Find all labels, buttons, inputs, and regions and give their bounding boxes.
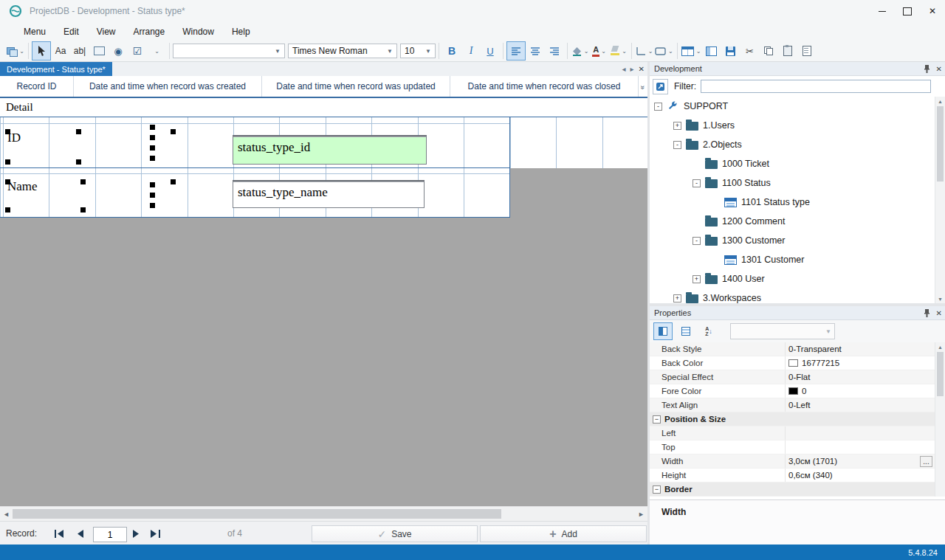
highlight-color-button[interactable]: ⌄ bbox=[609, 41, 628, 61]
paste-button[interactable] bbox=[778, 41, 797, 61]
next-record-button[interactable] bbox=[127, 525, 145, 542]
scroll-up-icon[interactable]: ▲ bbox=[935, 342, 945, 351]
align-left-button[interactable] bbox=[506, 41, 526, 61]
field-label-name[interactable]: Name bbox=[7, 179, 38, 194]
property-row-back-style[interactable]: Back Style 0-Transparent bbox=[650, 342, 935, 356]
tree-node-workspaces[interactable]: + 3.Workspaces bbox=[650, 288, 935, 303]
scrollbar-thumb[interactable] bbox=[937, 106, 944, 182]
layout-columns-button[interactable] bbox=[701, 41, 721, 61]
add-record-button[interactable]: + Add bbox=[480, 525, 647, 542]
tree-node-1000-ticket[interactable]: 1000 Ticket bbox=[650, 154, 935, 173]
border-style-button[interactable]: ⌄ bbox=[654, 41, 674, 61]
property-category-border[interactable]: − Border bbox=[650, 483, 935, 497]
fill-color-button[interactable]: ⌄ bbox=[571, 41, 590, 61]
property-value[interactable] bbox=[786, 440, 935, 454]
scroll-right-icon[interactable]: ► bbox=[635, 507, 647, 522]
collapse-icon[interactable]: - bbox=[673, 141, 681, 149]
property-row-text-align[interactable]: Text Align 0-Left bbox=[650, 398, 935, 412]
status-type-id-textbox[interactable]: status_type_id bbox=[233, 135, 427, 165]
textbox-tool-button[interactable]: ab| bbox=[70, 41, 89, 61]
property-row-fore-color[interactable]: Fore Color 0 bbox=[650, 384, 935, 398]
tab-close-icon[interactable]: ✕ bbox=[639, 65, 645, 73]
list-view-button[interactable] bbox=[676, 322, 695, 340]
align-center-button[interactable] bbox=[526, 41, 545, 61]
scrollbar-thumb[interactable] bbox=[937, 352, 944, 396]
tree-node-1200-comment[interactable]: 1200 Comment bbox=[650, 212, 935, 231]
previous-record-button[interactable] bbox=[71, 525, 89, 542]
menu-item-arrange[interactable]: Arrange bbox=[125, 22, 174, 41]
tree-node-support[interactable]: - SUPPORT bbox=[650, 97, 935, 116]
property-value[interactable] bbox=[786, 426, 935, 440]
property-row-top[interactable]: Top bbox=[650, 440, 935, 454]
bold-button[interactable]: B bbox=[442, 41, 461, 61]
property-value[interactable]: 0-Flat bbox=[786, 370, 935, 384]
menu-item-help[interactable]: Help bbox=[223, 22, 259, 41]
minimize-button[interactable] bbox=[870, 0, 895, 22]
underline-button[interactable]: U bbox=[481, 41, 500, 61]
report-button[interactable] bbox=[797, 41, 817, 61]
select-tool-button[interactable] bbox=[32, 41, 51, 61]
menu-item-menu[interactable]: Menu bbox=[15, 22, 55, 41]
close-panel-icon[interactable]: ✕ bbox=[936, 309, 942, 317]
tree-node-1400-user[interactable]: + 1400 User bbox=[650, 269, 935, 288]
tree-node-users[interactable]: + 1.Users bbox=[650, 116, 935, 135]
collapse-icon[interactable]: - bbox=[654, 103, 662, 111]
property-value[interactable]: 3,0см (1701) ... bbox=[786, 454, 935, 468]
collapse-icon[interactable]: − bbox=[653, 415, 661, 424]
tab-scroll-right-icon[interactable]: ▸ bbox=[630, 65, 634, 73]
menu-item-window[interactable]: Window bbox=[173, 22, 223, 41]
tree-node-1300-customer[interactable]: - 1300 Customer bbox=[650, 231, 935, 250]
property-row-back-color[interactable]: Back Color 16777215 bbox=[650, 356, 935, 370]
collapse-icon[interactable]: − bbox=[653, 485, 661, 494]
property-row-special-effect[interactable]: Special Effect 0-Flat bbox=[650, 370, 935, 384]
menu-item-view[interactable]: View bbox=[88, 22, 125, 41]
frame-tool-button[interactable] bbox=[89, 41, 109, 61]
checkbox-tool-button[interactable]: ☑ bbox=[128, 41, 147, 61]
column-header-record-id[interactable]: Record ID bbox=[0, 76, 74, 97]
collapse-icon[interactable]: - bbox=[693, 179, 701, 187]
save-record-button[interactable]: ✓ Save bbox=[312, 525, 478, 542]
property-row-height[interactable]: Height 0,6см (340) bbox=[650, 469, 935, 483]
property-row-width[interactable]: Width 3,0см (1701) ... bbox=[650, 454, 935, 469]
last-record-button[interactable] bbox=[146, 525, 164, 542]
collapse-icon[interactable]: - bbox=[693, 237, 701, 245]
tree-scrollbar[interactable]: ▲ ▼ bbox=[935, 97, 945, 303]
scrollbar-thumb[interactable] bbox=[13, 509, 501, 519]
pin-icon[interactable] bbox=[924, 309, 930, 317]
tree-node-1301-customer[interactable]: 1301 Customer bbox=[650, 250, 935, 269]
close-panel-icon[interactable]: ✕ bbox=[936, 65, 942, 73]
cut-button[interactable]: ✂ bbox=[740, 41, 759, 61]
save-button[interactable] bbox=[721, 41, 740, 61]
properties-scrollbar[interactable]: ▲ bbox=[935, 342, 945, 497]
horizontal-scrollbar[interactable]: ◄ ► bbox=[0, 506, 647, 522]
filter-input[interactable] bbox=[701, 80, 931, 93]
option-tool-button[interactable]: ◉ bbox=[109, 41, 128, 61]
sort-alpha-button[interactable]: AZ↓ bbox=[699, 322, 718, 340]
tree-node-1100-status[interactable]: - 1100 Status bbox=[650, 173, 935, 193]
pin-icon[interactable] bbox=[924, 65, 930, 73]
column-more-button[interactable]: » bbox=[639, 76, 647, 97]
categorized-view-button[interactable] bbox=[653, 322, 673, 340]
font-size-combo[interactable]: 10▼ bbox=[400, 44, 436, 58]
expand-icon[interactable]: + bbox=[673, 122, 681, 130]
maximize-button[interactable] bbox=[895, 0, 920, 22]
locate-object-button[interactable] bbox=[653, 79, 668, 94]
label-tool-button[interactable]: Aa bbox=[51, 41, 70, 61]
scroll-left-icon[interactable]: ◄ bbox=[0, 507, 13, 522]
current-record-input[interactable] bbox=[93, 527, 127, 542]
column-header-updated[interactable]: Date and time when record was updated bbox=[262, 76, 450, 97]
column-header-closed[interactable]: Date and time when record was closed bbox=[450, 76, 639, 97]
first-record-button[interactable] bbox=[50, 525, 68, 542]
form-grid-extension[interactable] bbox=[510, 117, 647, 168]
expand-icon[interactable]: + bbox=[673, 294, 681, 303]
scroll-up-icon[interactable]: ▲ bbox=[935, 97, 945, 106]
status-type-name-textbox[interactable]: status_type_name bbox=[233, 180, 425, 208]
detail-band-header[interactable]: Detail bbox=[0, 97, 647, 117]
menu-item-edit[interactable]: Edit bbox=[55, 22, 88, 41]
italic-button[interactable]: I bbox=[461, 41, 481, 61]
style-combo[interactable]: ▼ bbox=[173, 44, 285, 58]
font-name-combo[interactable]: Times New Roman▼ bbox=[288, 44, 397, 58]
property-value[interactable]: 0 bbox=[786, 384, 935, 398]
gridline-style-button[interactable]: ⌄ bbox=[635, 41, 654, 61]
field-label-id[interactable]: ID bbox=[7, 131, 21, 145]
